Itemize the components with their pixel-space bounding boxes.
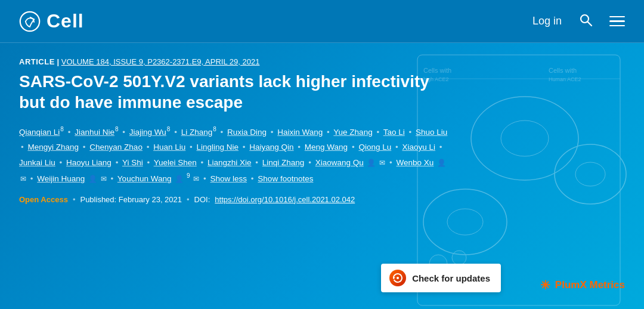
author-link[interactable]: Jianhui Nie	[75, 128, 114, 137]
plumx-metrics[interactable]: ✳ PlumX Metrics	[540, 278, 625, 292]
doi-link[interactable]: https://doi.org/10.1016/j.cell.2021.02.0…	[215, 195, 355, 204]
hamburger-line-2	[609, 20, 625, 22]
svg-point-17	[452, 251, 466, 265]
show-footnotes-button[interactable]: Show footnotes	[258, 174, 313, 183]
site-logo-text[interactable]: Cell	[47, 10, 84, 32]
svg-text:Cells with: Cells with	[549, 67, 577, 74]
doi-label: DOI:	[194, 195, 210, 204]
site-header: Cell Log in	[0, 0, 644, 43]
svg-point-4	[471, 97, 578, 180]
author-link[interactable]: Junkai Liu	[19, 158, 55, 167]
author-superscript: 9	[187, 172, 190, 179]
hamburger-line-3	[609, 25, 625, 27]
author-link[interactable]: Huan Liu	[153, 143, 185, 152]
volume-link[interactable]: VOLUME 184, ISSUE 9, P2362-2371.E9, APRI…	[61, 57, 260, 66]
author-link[interactable]: Yuelei Shen	[154, 158, 197, 167]
author-link[interactable]: Weijin Huang	[37, 174, 85, 183]
nav-right: Log in	[532, 13, 625, 30]
svg-text:high ACE2: high ACE2	[423, 76, 449, 82]
author-email-icon[interactable]: ✉	[20, 175, 26, 183]
author-link[interactable]: Linqi Zhang	[262, 158, 305, 167]
show-less-button[interactable]: Show less	[210, 174, 247, 183]
hamburger-menu-icon[interactable]	[609, 16, 625, 27]
author-email-icon[interactable]: ✉	[193, 175, 199, 183]
author-link[interactable]: Meng Wang	[305, 143, 348, 152]
author-link[interactable]: Haixin Wang	[277, 128, 323, 137]
article-main: Cells with high ACE2 Cells with Human AC…	[0, 43, 644, 309]
author-link[interactable]: Haoyu Liang	[66, 158, 112, 167]
author-link[interactable]: Jiajing Wu	[129, 128, 166, 137]
author-link[interactable]: Mengyi Zhang	[28, 143, 79, 152]
author-profile-icon[interactable]: 👤	[367, 159, 376, 167]
svg-point-9	[447, 209, 483, 235]
author-link[interactable]: Qianqian Li	[19, 128, 60, 137]
authors-section: Qianqian Li8 • Jianhui Nie8 • Jiajing Wu…	[19, 123, 454, 187]
author-link[interactable]: Qiong Lu	[358, 143, 391, 152]
author-link[interactable]: Liangzhi Xie	[208, 158, 252, 167]
login-button[interactable]: Log in	[532, 15, 562, 27]
cell-logo-icon	[19, 11, 41, 32]
article-tag: ARTICLE	[19, 57, 55, 66]
plumx-label: PlumX Metrics	[555, 279, 625, 291]
author-link[interactable]: Chenyan Zhao	[89, 143, 143, 152]
hamburger-line-1	[609, 16, 625, 18]
author-link[interactable]: Yi Shi	[122, 158, 143, 167]
author-link[interactable]: Lingling Nie	[196, 143, 239, 152]
author-email-icon[interactable]: ✉	[101, 175, 107, 183]
svg-point-18	[397, 277, 399, 279]
author-link[interactable]: Youchun Wang	[117, 174, 172, 183]
author-profile-icon[interactable]: 👤	[88, 175, 97, 183]
author-link[interactable]: Yue Zhang	[333, 128, 372, 137]
check-updates-label: Check for updates	[412, 273, 490, 283]
author-superscript: 8	[60, 126, 64, 132]
svg-point-0	[20, 11, 39, 30]
logo-area[interactable]: Cell	[19, 10, 84, 32]
plumx-icon: ✳	[540, 278, 550, 292]
author-superscript: 8	[213, 126, 216, 132]
check-updates-button[interactable]: Check for updates	[381, 264, 501, 292]
author-link[interactable]: Tao Li	[383, 128, 405, 137]
author-link[interactable]: Xiaowang Qu	[315, 158, 364, 167]
search-icon[interactable]	[578, 13, 593, 30]
author-link[interactable]: Haiyang Qin	[249, 143, 293, 152]
open-access-badge: Open Access	[19, 195, 68, 204]
svg-text:Human ACE2: Human ACE2	[549, 76, 581, 82]
svg-point-8	[423, 189, 507, 255]
svg-line-2	[588, 21, 592, 26]
author-superscript: 8	[115, 126, 119, 132]
author-email-icon[interactable]: ✉	[379, 159, 385, 167]
svg-text:Cells with: Cells with	[423, 67, 451, 74]
check-updates-icon	[389, 270, 406, 286]
article-title: SARS-CoV-2 501Y.V2 variants lack higher …	[19, 71, 448, 113]
author-profile-icon[interactable]: 👤	[175, 175, 184, 183]
author-superscript: 8	[167, 126, 171, 132]
svg-point-5	[501, 120, 549, 156]
author-link[interactable]: Ruxia Ding	[227, 128, 267, 137]
svg-point-7	[575, 162, 605, 186]
svg-point-6	[555, 144, 626, 204]
author-link[interactable]: Li Zhang	[181, 128, 213, 137]
published-date: Published: February 23, 2021	[80, 195, 182, 204]
